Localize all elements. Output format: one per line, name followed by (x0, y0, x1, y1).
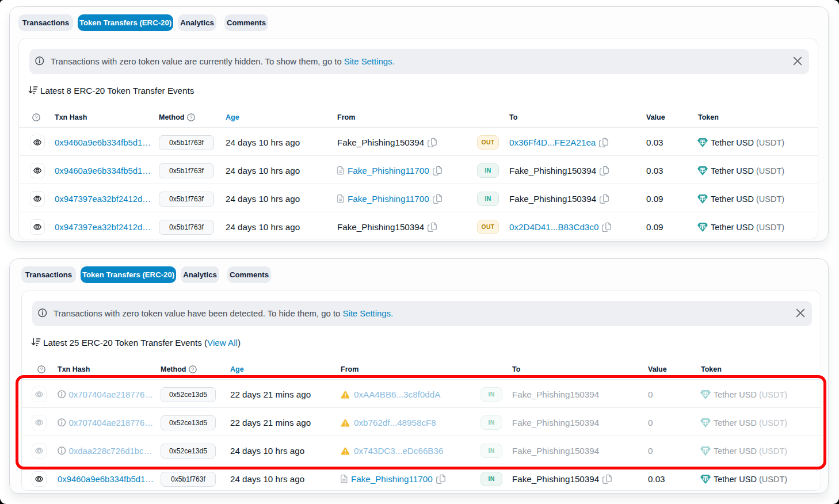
svg-text:?: ? (35, 114, 38, 120)
svg-text:?: ? (40, 366, 43, 372)
svg-text:?: ? (192, 366, 195, 372)
svg-text:?: ? (190, 114, 193, 120)
